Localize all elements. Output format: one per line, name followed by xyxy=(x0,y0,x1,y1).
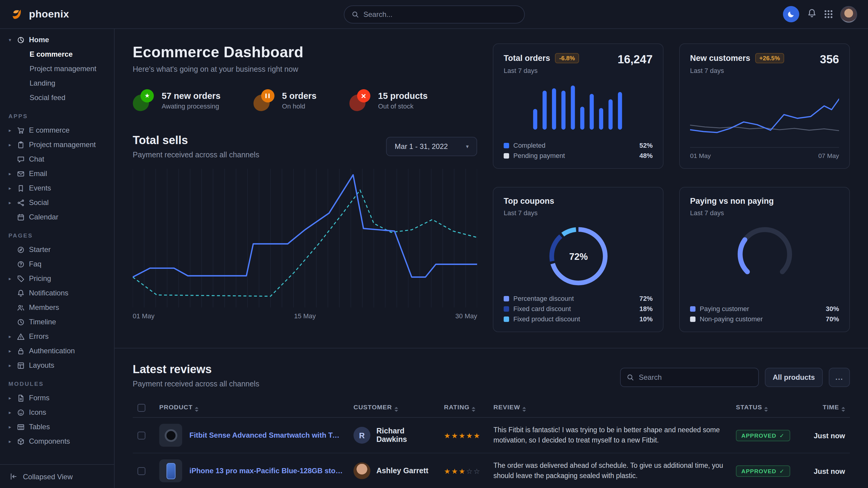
collapse-view-toggle[interactable]: Collapsed View xyxy=(0,464,114,488)
sidebar-item-faq[interactable]: Faq xyxy=(7,257,109,271)
sidebar-item-pricing[interactable]: ▸Pricing xyxy=(7,271,109,286)
column-review[interactable]: REVIEW xyxy=(489,398,731,418)
top-coupons-donut-chart: 72% xyxy=(546,224,611,289)
chevron-right-icon: ▸ xyxy=(7,363,13,368)
sidebar-item-errors[interactable]: ▸Errors xyxy=(7,329,109,344)
sidebar-item-project-management[interactable]: ▸Project management xyxy=(7,137,109,152)
sidebar-item-email[interactable]: ▸Email xyxy=(7,166,109,181)
users-icon xyxy=(17,303,25,312)
card-period: Last 7 days xyxy=(690,209,774,217)
sidebar-subitem-e-commerce[interactable]: E commerce xyxy=(7,47,109,62)
sidebar-item-components[interactable]: ▸Components xyxy=(7,434,109,449)
theme-toggle-button[interactable] xyxy=(783,6,799,22)
legend-item: Completed52% xyxy=(504,142,653,149)
search-icon xyxy=(351,10,359,18)
sidebar-item-layouts[interactable]: ▸Layouts xyxy=(7,358,109,372)
column-product[interactable]: PRODUCT xyxy=(154,398,349,418)
more-options-button[interactable]: ... xyxy=(829,368,850,387)
column-rating[interactable]: RATING xyxy=(439,398,489,418)
sidebar-subitem-label: Social feed xyxy=(30,93,65,102)
sidebar-item-chat[interactable]: Chat xyxy=(7,152,109,166)
stat-star: ★57 new ordersAwating processing xyxy=(133,89,220,111)
column-status[interactable]: STATUS xyxy=(731,398,803,418)
all-products-button[interactable]: All products xyxy=(765,368,823,387)
card-title: Paying vs non paying xyxy=(690,197,774,205)
clock-icon xyxy=(17,318,25,326)
legend-label: Paying customer xyxy=(700,305,749,312)
brand[interactable]: phoenix xyxy=(11,7,69,21)
legend-value: 70% xyxy=(826,315,839,323)
sidebar-item-label: Timeline xyxy=(29,318,56,326)
sidebar-item-forms[interactable]: ▸Forms xyxy=(7,391,109,405)
total-sells-chart: 01 May 15 May 30 May xyxy=(133,169,477,320)
sidebar-item-home[interactable]: ▾Home xyxy=(7,33,109,47)
date-range-select[interactable]: Mar 1 - 31, 2022 ▾ xyxy=(386,137,477,156)
sidebar-item-authentication[interactable]: ▸Authentication xyxy=(7,344,109,358)
sidebar-item-members[interactable]: Members xyxy=(7,300,109,315)
reviews-search-input[interactable] xyxy=(639,373,752,382)
chevron-right-icon: ▸ xyxy=(7,142,13,148)
stat-value: 15 products xyxy=(378,91,428,100)
bookmark-icon xyxy=(17,184,25,192)
sidebar-subitem-landing[interactable]: Landing xyxy=(7,76,109,90)
stat-value: 57 new orders xyxy=(162,91,220,100)
profile-avatar[interactable] xyxy=(840,6,857,23)
sidebar-item-calendar[interactable]: Calendar xyxy=(7,210,109,224)
calendar-icon xyxy=(17,213,25,221)
total-orders-legend: Completed52%Pending payment48% xyxy=(504,137,653,159)
sidebar-item-label: Project management xyxy=(29,140,96,149)
chevron-down-icon: ▾ xyxy=(7,37,13,42)
column-customer[interactable]: CUSTOMER xyxy=(349,398,439,418)
sidebar-nav: ▾HomeE commerceProject managementLanding… xyxy=(0,29,114,464)
share-icon xyxy=(17,199,25,206)
sidebar-item-notifications[interactable]: Notifications xyxy=(7,286,109,300)
chevron-right-icon: ▸ xyxy=(7,334,13,339)
sidebar-item-e-commerce[interactable]: ▸E commerce xyxy=(7,123,109,137)
x-label: 30 May xyxy=(456,312,477,320)
sidebar: ▾HomeE commerceProject managementLanding… xyxy=(0,29,115,488)
global-search[interactable] xyxy=(343,5,525,23)
legend-label: Fixed product discount xyxy=(513,315,580,323)
row-checkbox[interactable] xyxy=(137,432,145,440)
notifications-button[interactable] xyxy=(807,8,817,20)
sidebar-subitem-project-management[interactable]: Project management xyxy=(7,62,109,76)
reviews-search[interactable] xyxy=(620,368,759,387)
sidebar-item-timeline[interactable]: Timeline xyxy=(7,315,109,329)
stat-pause: 5 ordersOn hold xyxy=(253,89,316,111)
row-checkbox[interactable] xyxy=(137,467,145,475)
sidebar-item-label: Starter xyxy=(29,246,51,254)
sidebar-item-events[interactable]: ▸Events xyxy=(7,181,109,195)
apps-grid-button[interactable] xyxy=(825,10,832,18)
stat-caption: On hold xyxy=(282,102,316,109)
card-title: Total orders xyxy=(504,54,550,63)
sidebar-subitem-social-feed[interactable]: Social feed xyxy=(7,90,109,105)
sidebar-item-icons[interactable]: ▸Icons xyxy=(7,405,109,420)
paying-gauge-chart xyxy=(726,223,803,284)
review-text: The order was delivered ahead of schedul… xyxy=(493,461,726,481)
main-content: Ecommerce Dashboard Here's what's going … xyxy=(115,29,868,488)
stat-value: 5 orders xyxy=(282,91,316,100)
product-thumbnail xyxy=(159,459,182,482)
alert-icon xyxy=(17,332,25,340)
select-all-checkbox[interactable] xyxy=(137,404,145,412)
sidebar-item-tables[interactable]: ▸Tables xyxy=(7,420,109,434)
box-icon xyxy=(17,437,25,445)
legend-label: Fixed card discount xyxy=(513,305,571,312)
sort-icon xyxy=(195,407,199,412)
brand-name: phoenix xyxy=(29,8,69,20)
product-link[interactable]: Fitbit Sense Advanced Smartwatch with To… xyxy=(189,431,344,440)
sidebar-item-starter[interactable]: Starter xyxy=(7,242,109,257)
stat-icon: ★ xyxy=(133,89,154,111)
sidebar-item-label: Forms xyxy=(29,394,50,402)
search-input[interactable] xyxy=(364,10,517,19)
legend-swatch xyxy=(504,142,509,148)
column-time[interactable]: TIME xyxy=(803,398,850,418)
compass-icon xyxy=(17,246,25,254)
product-link[interactable]: iPhone 13 pro max-Pacific Blue-128GB sto… xyxy=(189,466,344,475)
topbar-actions xyxy=(783,6,857,23)
sidebar-item-social[interactable]: ▸Social xyxy=(7,195,109,210)
legend-value: 30% xyxy=(826,305,839,312)
chat-icon xyxy=(17,155,25,163)
mail-icon xyxy=(17,170,25,177)
customer-name: Ashley Garrett xyxy=(376,466,428,475)
